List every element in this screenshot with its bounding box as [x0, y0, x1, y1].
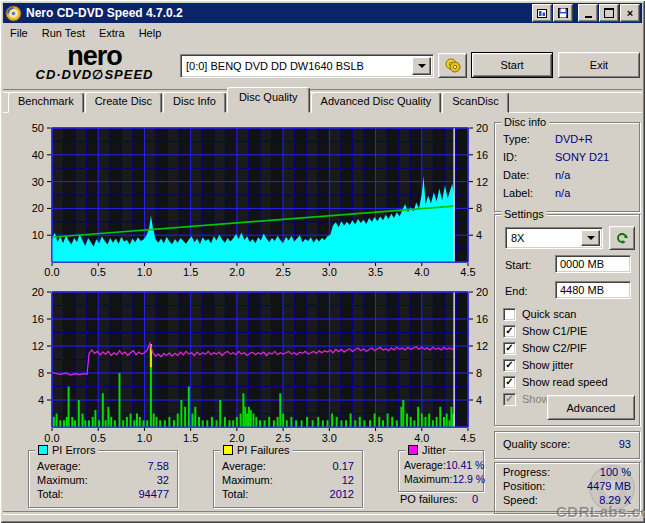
cddvd-speed-logo-text: CD·DVD∅SPEED — [12, 68, 177, 82]
disc-label-label: Label: — [503, 187, 533, 199]
chevron-down-icon — [418, 64, 426, 68]
checkbox-show-c1-pie[interactable]: ✓Show C1/PIE — [503, 324, 587, 338]
speed-selector-value: 8X — [506, 232, 581, 244]
chevron-down-icon — [587, 236, 595, 240]
svg-text:12: 12 — [476, 176, 488, 188]
svg-text:3.5: 3.5 — [368, 266, 383, 278]
svg-text:4: 4 — [476, 394, 482, 406]
start-mb-input[interactable] — [555, 255, 631, 273]
exit-button[interactable]: Exit — [558, 52, 640, 78]
label: Average: — [37, 460, 81, 472]
po-failures-value: 0 — [472, 493, 478, 505]
tab-benchmark[interactable]: Benchmark — [8, 92, 84, 113]
svg-text:20: 20 — [32, 202, 44, 214]
tab-disc-quality[interactable]: Disc Quality — [227, 87, 310, 113]
checkbox-box: ✓ — [503, 359, 516, 372]
label: Average: — [222, 460, 266, 472]
disc-type-value: DVD+R — [555, 133, 593, 145]
checkbox-show-read-speed[interactable]: ✓Show read speed — [503, 375, 608, 389]
tab-create-disc[interactable]: Create Disc — [85, 92, 162, 113]
checkbox-box: ✓ — [503, 342, 516, 355]
value: 94477 — [138, 488, 169, 500]
svg-text:4.5: 4.5 — [460, 266, 475, 278]
drive-dropdown-button[interactable] — [412, 57, 431, 75]
speed-dropdown-button[interactable] — [581, 230, 600, 246]
start-button[interactable]: Start — [471, 52, 553, 78]
minimize-button[interactable] — [578, 4, 598, 22]
svg-text:2.5: 2.5 — [275, 266, 290, 278]
svg-text:12: 12 — [32, 340, 44, 352]
drive-selector[interactable]: [0:0] BENQ DVD DD DW1640 BSLB — [180, 54, 434, 78]
refresh-button[interactable] — [609, 226, 635, 250]
menu-bar: File Run Test Extra Help — [3, 24, 642, 41]
refresh-icon — [615, 231, 629, 245]
pi-errors-legend-swatch — [38, 445, 48, 455]
speed-label: Speed: — [503, 494, 538, 506]
svg-text:8: 8 — [476, 202, 482, 214]
quality-score-value: 93 — [619, 438, 631, 450]
value: 0.17 — [333, 460, 354, 472]
checkbox-quick-scan[interactable]: Quick scan — [503, 307, 576, 321]
svg-text:20: 20 — [476, 286, 488, 298]
svg-text:0.5: 0.5 — [91, 266, 106, 278]
tab-strip: Benchmark Create Disc Disc Info Disc Qua… — [8, 93, 510, 113]
label: Total: — [37, 488, 63, 500]
pi-failures-title: PI Failures — [237, 444, 290, 456]
svg-text:50: 50 — [32, 122, 44, 134]
eject-disc-button[interactable] — [438, 53, 467, 78]
svg-text:10: 10 — [32, 229, 44, 241]
svg-text:0.5: 0.5 — [91, 432, 106, 444]
quality-score-label: Quality score: — [503, 438, 570, 450]
floppy-icon — [558, 8, 568, 18]
save-button[interactable] — [553, 4, 573, 22]
maximize-button[interactable] — [599, 4, 619, 22]
svg-text:1.5: 1.5 — [183, 266, 198, 278]
svg-text:2.0: 2.0 — [229, 266, 244, 278]
advanced-button[interactable]: Advanced — [547, 395, 635, 420]
checkbox-box — [503, 308, 516, 321]
svg-text:4.0: 4.0 — [414, 266, 429, 278]
label: Maximum: — [222, 474, 273, 486]
svg-text:16: 16 — [32, 313, 44, 325]
tab-scandisc[interactable]: ScanDisc — [442, 92, 508, 113]
checkbox-box: ✓ — [503, 376, 516, 389]
discs-icon — [444, 58, 462, 73]
drive-selector-value: [0:0] BENQ DVD DD DW1640 BSLB — [181, 60, 412, 72]
screenshot-button[interactable] — [532, 4, 552, 22]
menu-run-test[interactable]: Run Test — [35, 26, 92, 40]
disc-type-label: Type: — [503, 133, 530, 145]
speed-selector[interactable]: 8X — [505, 227, 603, 249]
svg-text:1.0: 1.0 — [137, 432, 152, 444]
value: 12 — [342, 474, 354, 486]
close-button[interactable]: × — [620, 4, 640, 22]
checkbox-show-c2-pif[interactable]: ✓Show C2/PIF — [503, 341, 587, 355]
settings-title: Settings — [501, 208, 547, 220]
svg-text:2.0: 2.0 — [229, 432, 244, 444]
svg-text:12: 12 — [476, 340, 488, 352]
menu-file[interactable]: File — [3, 26, 35, 40]
svg-text:3.0: 3.0 — [322, 266, 337, 278]
svg-text:3.5: 3.5 — [368, 432, 383, 444]
checkbox-show-jitter[interactable]: ✓Show jitter — [503, 358, 573, 372]
title-bar: Nero CD-DVD Speed 4.7.0.2 × — [3, 3, 642, 23]
position-value: 4479 MB — [587, 480, 631, 492]
svg-text:40: 40 — [32, 149, 44, 161]
po-failures-label: PO failures: — [400, 493, 457, 505]
svg-text:2.5: 2.5 — [275, 432, 290, 444]
tab-disc-info[interactable]: Disc Info — [163, 92, 226, 113]
svg-text:1.5: 1.5 — [183, 432, 198, 444]
value: 2012 — [330, 488, 354, 500]
progress-value: 100 % — [600, 466, 631, 478]
app-icon — [5, 5, 22, 22]
svg-text:4: 4 — [476, 229, 482, 241]
value: 12.9 % — [452, 473, 485, 485]
disc-id-label: ID: — [503, 151, 517, 163]
pif-jitter-chart: 48121620481216200.00.51.01.52.02.53.03.5… — [0, 282, 492, 445]
checkbox-box: ✓ — [503, 393, 516, 406]
value: 7.58 — [148, 460, 169, 472]
menu-help[interactable]: Help — [132, 26, 169, 40]
jitter-title: Jitter — [422, 444, 446, 456]
menu-extra[interactable]: Extra — [92, 26, 132, 40]
tab-advanced-disc-quality[interactable]: Advanced Disc Quality — [311, 92, 442, 113]
end-mb-input[interactable] — [555, 281, 631, 299]
